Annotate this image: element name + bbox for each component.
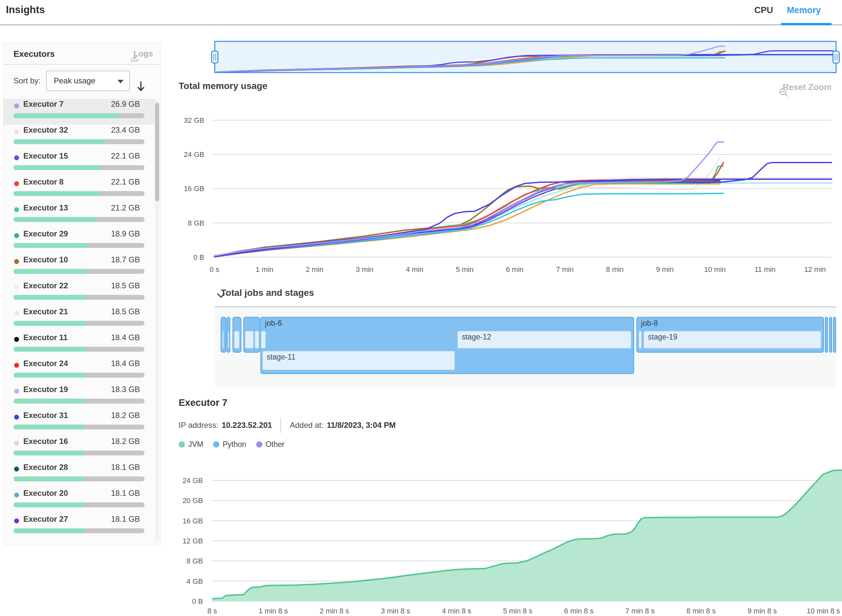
executor-list-item[interactable]: Executor 2218.5 GB <box>4 280 155 307</box>
memory-x-tick: 10 min <box>704 265 726 274</box>
memory-series-executor-8 <box>214 163 723 257</box>
job-bar[interactable] <box>833 317 836 353</box>
executor-name: Executor 22 <box>23 281 68 290</box>
executor-color-dot <box>14 129 19 134</box>
legend-label: JVM <box>188 440 203 449</box>
stage-bar[interactable] <box>234 331 240 349</box>
executor-list-item[interactable]: Executor 3223.4 GB <box>4 125 155 151</box>
executor-list-item[interactable]: Executor 1018.7 GB <box>4 254 155 280</box>
area-x-tick: 2 min 8 s <box>320 607 349 615</box>
executor-list-item[interactable]: Executor 1618.2 GB <box>4 436 155 462</box>
stage-bar[interactable] <box>255 331 260 349</box>
memory-x-tick: 11 min <box>754 265 775 274</box>
executor-list-item[interactable]: Executor 1118.4 GB <box>4 332 155 358</box>
stage-bar[interactable]: stage-19 <box>643 331 821 349</box>
area-x-tick: 7 min 8 s <box>625 607 654 615</box>
legend-label: Python <box>223 440 246 449</box>
scrollbar-thumb[interactable] <box>155 103 159 201</box>
area-x-tick: 9 min 8 s <box>747 607 777 615</box>
stage-label: stage-11 <box>267 353 296 362</box>
brush-handle-right[interactable] <box>833 51 839 63</box>
job-label: job-6 <box>265 319 282 328</box>
executor-memory-area-chart[interactable]: 24 GB20 GB16 GB12 GB8 GB4 GB0 B8 s1 min … <box>177 468 842 616</box>
active-tab-underline <box>781 23 832 25</box>
logs-button[interactable]: Logs <box>130 49 153 59</box>
tab-memory[interactable]: Memory <box>787 5 821 15</box>
executor-list-item[interactable]: Executor 1321.2 GB <box>4 202 155 229</box>
executor-list-item[interactable]: Executor 2818.1 GB <box>4 462 155 488</box>
executor-list-item[interactable]: Executor 2918.9 GB <box>4 229 155 254</box>
job-bar[interactable] <box>829 317 832 353</box>
executor-list-item[interactable]: Executor 822.1 GB <box>4 177 155 202</box>
stage-bar[interactable]: stage-11 <box>262 351 455 370</box>
added-at-label: Added at: <box>290 421 323 430</box>
ip-address-value: 10.223.52.201 <box>222 421 272 430</box>
executor-usage-bar-fill <box>13 399 85 403</box>
executor-name: Executor 11 <box>23 333 67 342</box>
executor-list-item[interactable]: Executor 2718.1 GB <box>4 514 155 540</box>
chevron-down-icon <box>117 80 123 84</box>
executor-list-item[interactable]: Executor 2018.1 GB <box>4 488 155 514</box>
memory-x-tick: 6 min <box>506 265 524 274</box>
executor-name: Executor 16 <box>23 437 68 446</box>
stage-bar[interactable] <box>261 331 266 349</box>
executor-usage-bar-track <box>13 243 144 248</box>
area-y-tick: 16 GB <box>183 517 203 525</box>
executor-usage-bar-fill <box>13 477 84 481</box>
executor-usage-bar-track <box>13 477 144 481</box>
memory-x-tick: 9 min <box>656 265 674 274</box>
executor-list-item[interactable]: Executor 2418.4 GB <box>4 358 155 384</box>
executor-name: Executor 15 <box>23 151 68 161</box>
jobs-section-toggle[interactable]: Total jobs and stages <box>217 287 314 298</box>
executor-list-item[interactable]: Executor 2118.5 GB <box>4 307 155 332</box>
legend-dot <box>213 441 219 447</box>
jobs-timeline: job-6stage-12stage-11job-8stage-19 <box>215 307 836 387</box>
executor-detail-title: Executor 7 <box>179 397 227 408</box>
memory-x-tick: 12 min <box>804 265 826 274</box>
stage-bar[interactable] <box>227 331 230 349</box>
area-x-tick: 1 min 8 s <box>258 607 288 615</box>
job-bar[interactable] <box>825 317 828 353</box>
executor-usage-bar-track <box>13 425 144 430</box>
legend-item-jvm: JVM <box>179 440 203 449</box>
executor-name: Executor 24 <box>23 359 68 368</box>
zoom-brush-chart[interactable] <box>177 33 842 76</box>
area-y-tick: 20 GB <box>183 496 203 505</box>
executor-list-item[interactable]: Executor 3118.2 GB <box>4 410 155 436</box>
legend-item-python: Python <box>213 440 246 449</box>
total-memory-usage-chart[interactable]: 32 GB24 GB16 GB8 GB0 B0 s1 min2 min3 min… <box>177 111 842 279</box>
executor-usage-bar-fill <box>13 269 87 274</box>
executors-panel: Executors Logs Sort by: Peak usage Execu… <box>3 43 161 546</box>
executor-usage-bar-fill <box>13 528 84 533</box>
sort-dropdown-value: Peak usage <box>54 76 95 85</box>
memory-y-tick: 0 B <box>194 253 204 261</box>
tab-cpu[interactable]: CPU <box>754 5 773 15</box>
stage-bar[interactable] <box>638 331 642 349</box>
reset-zoom-label: Reset Zoom <box>783 82 832 92</box>
executor-peak-value: 18.2 GB <box>111 437 140 446</box>
executor-peak-value: 18.2 GB <box>111 411 140 420</box>
stage-bar[interactable] <box>222 331 224 349</box>
executor-list-item[interactable]: Executor 726.9 GB <box>4 99 155 125</box>
memory-y-tick: 32 GB <box>184 116 204 125</box>
executor-list-item[interactable]: Executor 1522.1 GB <box>4 151 155 177</box>
area-x-tick: 8 s <box>207 607 217 615</box>
sort-dropdown[interactable]: Peak usage <box>46 70 130 91</box>
executor-color-dot <box>14 415 19 419</box>
stage-bar[interactable]: stage-12 <box>457 331 632 349</box>
area-x-tick: 5 min 8 s <box>503 607 532 615</box>
executor-peak-value: 22.1 GB <box>111 177 140 186</box>
brush-handle-left[interactable] <box>212 51 218 63</box>
stage-bar[interactable] <box>245 331 254 349</box>
area-y-tick: 8 GB <box>186 557 203 565</box>
reset-zoom-button[interactable]: Reset Zoom <box>779 82 832 92</box>
executor-detail-meta: IP address: 10.223.52.201 Added at: 11/8… <box>179 418 396 433</box>
executor-usage-bar-fill <box>13 450 85 455</box>
executor-color-dot <box>14 259 19 264</box>
executor-color-dot <box>14 207 19 212</box>
executor-name: Executor 27 <box>23 515 68 524</box>
area-x-tick: 3 min 8 s <box>381 607 410 615</box>
job-label: job-8 <box>641 319 658 328</box>
executor-usage-bar-track <box>13 373 144 378</box>
executor-list-item[interactable]: Executor 1918.3 GB <box>4 384 155 410</box>
